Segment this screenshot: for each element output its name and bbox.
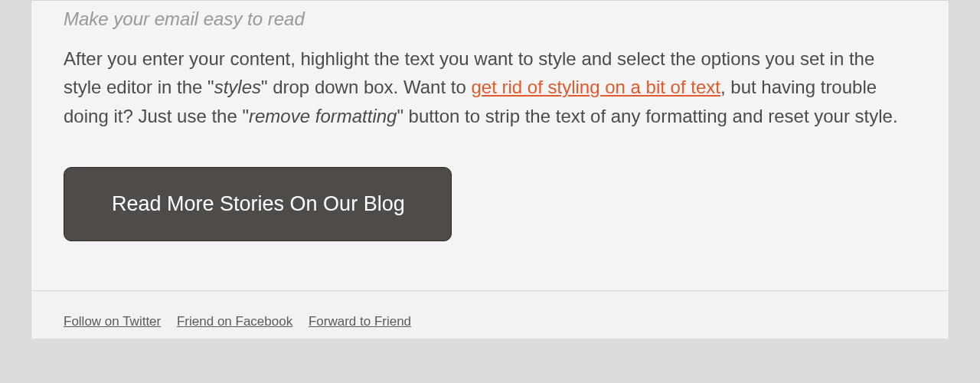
follow-twitter-link[interactable]: Follow on Twitter [64,314,161,329]
remove-styling-link[interactable]: get rid of styling on a bit of text [471,77,720,97]
body-text-4: " button to strip the text of any format… [397,106,897,126]
remove-formatting-em: remove formatting [249,106,397,126]
forward-friend-link[interactable]: Forward to Friend [309,314,411,329]
body-text-2: " drop down box. Want to [261,77,471,97]
footer: Follow on Twitter Friend on Facebook For… [31,290,949,339]
page-wrap: Make your email easy to read After you e… [0,0,980,339]
friend-facebook-link[interactable]: Friend on Facebook [177,314,292,329]
footer-links: Follow on Twitter Friend on Facebook For… [64,314,916,329]
content-card: Make your email easy to read After you e… [31,0,949,339]
styles-em: styles [214,77,261,97]
read-more-button[interactable]: Read More Stories On Our Blog [64,167,452,241]
content-inner: Make your email easy to read After you e… [31,7,949,264]
subheading: Make your email easy to read [64,7,916,31]
body-paragraph: After you enter your content, highlight … [64,44,916,130]
